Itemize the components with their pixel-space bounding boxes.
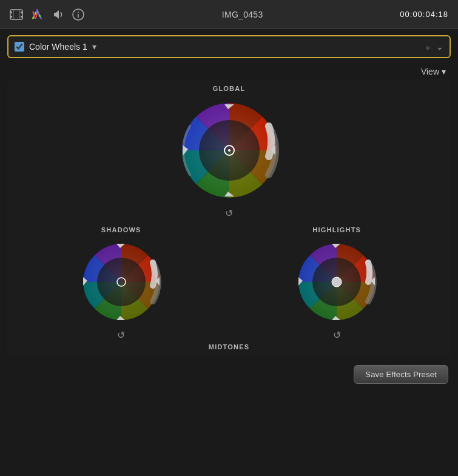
save-row: Save Effects Preset <box>0 359 458 390</box>
time-prefix: 00:00:0 <box>400 10 430 19</box>
effect-name: Color Wheels 1 ▾ <box>29 42 425 52</box>
global-wheel-wrapper[interactable] <box>175 96 284 205</box>
toolbar-title: IMG_0453 <box>222 10 263 19</box>
highlights-reset-icon[interactable]: ↺ <box>333 329 341 341</box>
color-icon[interactable]: V <box>30 8 44 21</box>
effect-header: Color Wheels 1 ▾ ⬦ ⌄ <box>7 35 451 58</box>
highlights-wheel-wrapper[interactable] <box>292 237 382 327</box>
svg-point-24 <box>83 244 160 320</box>
midtones-label: MIDTONES <box>13 343 445 350</box>
view-button[interactable]: View ▾ <box>421 67 446 76</box>
shadows-wheel-svg <box>76 237 166 327</box>
global-section: GLOBAL <box>13 85 445 219</box>
effect-checkbox[interactable] <box>15 42 24 52</box>
shadows-section: SHADOWS <box>76 226 166 341</box>
view-label: View <box>421 67 439 76</box>
shadows-wheel-wrapper[interactable] <box>76 237 166 327</box>
audio-icon[interactable] <box>51 8 64 21</box>
wheels-area: GLOBAL <box>7 79 451 357</box>
highlights-label: HIGHLIGHTS <box>312 226 361 233</box>
svg-rect-6 <box>19 10 20 19</box>
effect-diamond-icon[interactable]: ⬦ <box>425 42 430 52</box>
svg-rect-4 <box>21 16 22 18</box>
view-chevron-icon: ▾ <box>442 67 446 76</box>
global-label: GLOBAL <box>213 85 246 92</box>
time-suffix: 4:18 <box>431 10 448 19</box>
info-icon[interactable] <box>72 8 85 21</box>
effect-name-caret[interactable]: ▾ <box>92 42 96 52</box>
svg-point-21 <box>228 149 231 152</box>
svg-rect-1 <box>10 12 12 13</box>
global-reset-icon[interactable]: ↺ <box>225 207 233 219</box>
svg-rect-5 <box>13 10 14 19</box>
shadows-label: SHADOWS <box>101 226 141 233</box>
film-icon[interactable] <box>10 8 23 21</box>
view-row: View ▾ <box>0 64 458 79</box>
toolbar-left: V <box>10 8 85 21</box>
toolbar-time: 00:00:04:18 <box>400 10 448 19</box>
shadows-reset-icon[interactable]: ↺ <box>117 329 125 341</box>
svg-rect-3 <box>21 12 22 13</box>
bottom-wheels: SHADOWS <box>13 226 445 341</box>
effect-name-text: Color Wheels 1 <box>29 42 87 52</box>
effect-chevron-icon[interactable]: ⌄ <box>436 42 443 52</box>
svg-rect-2 <box>10 16 12 18</box>
svg-point-37 <box>332 277 342 287</box>
highlights-wheel-svg <box>292 237 382 327</box>
toolbar: V IMG_0453 00:00:04:18 <box>0 0 458 29</box>
global-wheel-svg <box>175 96 284 205</box>
highlights-section: HIGHLIGHTS <box>292 226 382 341</box>
save-effects-preset-button[interactable]: Save Effects Preset <box>354 365 448 384</box>
svg-text:V: V <box>32 10 39 21</box>
svg-point-11 <box>78 12 79 13</box>
svg-rect-0 <box>10 10 22 19</box>
